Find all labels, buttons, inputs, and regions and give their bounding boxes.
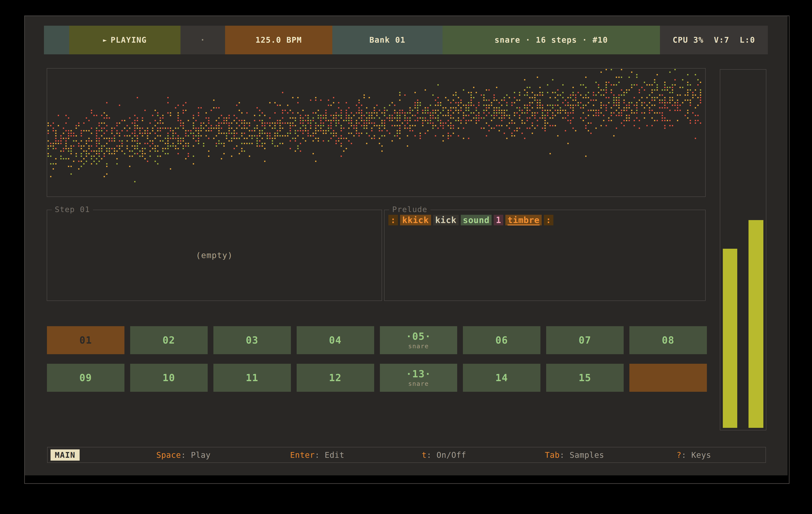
step-cell-09[interactable]: 09 <box>47 364 124 392</box>
terminal-content: ►PLAYING·125.0 BPMBank 01snare · 16 step… <box>25 16 788 475</box>
footer-bar: MAIN Space: PlayEnter: Editt: On/OffTab:… <box>47 447 766 463</box>
status-bar: ►PLAYING·125.0 BPMBank 01snare · 16 step… <box>44 26 768 54</box>
hint-samples: Tab: Samples <box>545 450 604 459</box>
step-cell-03[interactable]: 03 <box>213 326 291 354</box>
prelude-code-line[interactable]: :kkickkicksound1timbre: <box>388 215 553 225</box>
step-grid: 01 02 03 04 ·05· snare 06 07 08 09 10 11… <box>47 326 707 392</box>
segment-transport: ►PLAYING <box>69 26 180 54</box>
segment-bpm: 125.0 BPM <box>225 26 332 54</box>
prelude-token-sound: sound <box>461 215 492 225</box>
pattern-visualizer-panel <box>47 68 706 197</box>
step-cell-01[interactable]: 01 <box>47 326 124 354</box>
step-cell-11[interactable]: 11 <box>213 364 291 392</box>
step-cell-04[interactable]: 04 <box>297 326 374 354</box>
prelude-token-1: 1 <box>494 215 503 225</box>
level-meter-panel <box>720 69 766 430</box>
mode-badge: MAIN <box>51 449 80 460</box>
segment-track-info: snare · 16 steps · #10 <box>442 26 660 54</box>
meter-left <box>723 249 737 428</box>
step-cell-02[interactable]: 02 <box>130 326 208 354</box>
prelude-token-kkick: kkick <box>400 215 431 225</box>
prelude-panel-title: Prelude <box>389 205 430 214</box>
step-empty-label: (empty) <box>47 210 382 301</box>
step-cell-08[interactable]: 08 <box>629 326 707 354</box>
step-cell-12[interactable]: 12 <box>297 364 374 392</box>
step-cell-07[interactable]: 07 <box>546 326 624 354</box>
prelude-panel: Prelude :kkickkicksound1timbre: <box>384 210 706 301</box>
segment-bank: Bank 01 <box>332 26 442 54</box>
play-icon: ► <box>103 36 107 44</box>
step-cell-14[interactable]: 14 <box>463 364 541 392</box>
hint-edit: Enter: Edit <box>290 450 344 459</box>
step-cell-13[interactable]: ·13· snare <box>380 364 457 392</box>
hint-play: Space: Play <box>156 450 211 459</box>
prelude-token-kick: kick <box>433 215 459 225</box>
segment-system-stats: CPU 3% V:7 L:0 <box>660 26 768 54</box>
step-cell-15[interactable]: 15 <box>546 364 624 392</box>
segment-dot: · <box>180 26 225 54</box>
step-cell-05[interactable]: ·05· snare <box>380 326 457 354</box>
app-window: ►PLAYING·125.0 BPMBank 01snare · 16 step… <box>24 16 789 484</box>
step-detail-panel: Step 01 (empty) <box>47 210 382 301</box>
prelude-token-colon-6: : <box>544 215 553 225</box>
hint-keys: ?: Keys <box>676 450 711 459</box>
step-cell-16[interactable] <box>629 364 707 392</box>
step-cell-10[interactable]: 10 <box>130 364 208 392</box>
prelude-token-timbre: timbre <box>505 215 542 225</box>
prelude-token-colon-0: : <box>388 215 398 225</box>
hint-onoff: t: On/Off <box>422 450 466 459</box>
segment-spacer <box>44 26 69 54</box>
dot-swarm-plot <box>47 68 704 196</box>
step-cell-06[interactable]: 06 <box>463 326 541 354</box>
meter-right <box>749 220 763 428</box>
